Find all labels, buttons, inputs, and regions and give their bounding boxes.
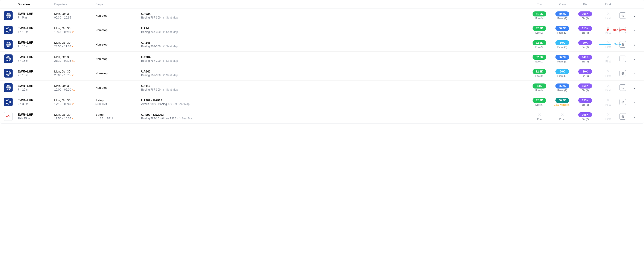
price-badge[interactable]: 32.3K: [532, 69, 546, 74]
duration-cell: EWR–LHR7 h 10 m: [18, 26, 54, 34]
chevron-cell[interactable]: ∨: [633, 100, 640, 104]
duration: 7 h 20 m: [18, 88, 54, 91]
price-badge[interactable]: 155K: [578, 83, 592, 88]
price-badge[interactable]: 66.2K: [556, 83, 569, 88]
price-col[interactable]: 80KBiz (9): [574, 69, 597, 77]
price-badge[interactable]: 32.3K: [532, 40, 546, 45]
price-col[interactable]: 32.3KEco (2): [528, 26, 551, 34]
price-col[interactable]: 41.9KEco (9): [528, 11, 551, 20]
header-eco: Eco: [528, 2, 551, 6]
price-badge[interactable]: 41.9K: [532, 11, 546, 16]
add-button[interactable]: ⊕: [620, 41, 626, 47]
price-col[interactable]: 80KBiz (9)Saver: [574, 40, 597, 48]
chevron-cell[interactable]: ∨: [633, 71, 640, 75]
seat-icon: ⊓: [163, 45, 165, 48]
chevron-cell[interactable]: ∨: [633, 115, 640, 118]
departure-time: 09:30 – 20:35: [54, 16, 96, 19]
price-col[interactable]: 66.2KPrem (9): [551, 26, 574, 34]
seat-map-link[interactable]: Seat Map: [166, 59, 178, 62]
flight-number: UA934: [141, 12, 528, 15]
logo-cell: [4, 40, 18, 49]
chevron-cell[interactable]: ∨: [633, 57, 640, 61]
price-badge[interactable]: 80K: [578, 69, 592, 74]
price-col[interactable]: 155KBiz (9): [574, 83, 597, 92]
add-button[interactable]: ⊕: [620, 70, 626, 76]
stops-label: Non-stop: [96, 14, 141, 17]
add-button[interactable]: ⊕: [620, 99, 626, 105]
stops-label: Non-stop: [96, 43, 141, 46]
price-count: Eco (9): [535, 89, 543, 92]
first-label: First: [605, 17, 610, 20]
price-count: Prem (9): [558, 60, 567, 63]
add-button[interactable]: ⊕: [620, 27, 626, 33]
first-col: ✕First: [597, 54, 620, 63]
chevron-cell[interactable]: ∨: [633, 28, 640, 32]
price-count: Biz (9): [582, 31, 589, 34]
price-badge[interactable]: 32.3K: [532, 98, 546, 103]
plus-1-day: +1: [72, 74, 75, 77]
price-col[interactable]: 32.3KEco (9): [528, 69, 551, 77]
price-col[interactable]: 50KPrem (9): [551, 40, 574, 48]
price-badge[interactable]: 79.2K: [556, 11, 569, 16]
price-col[interactable]: 53KEco (9): [528, 83, 551, 92]
price-col[interactable]: 295KBiz (9): [574, 11, 597, 20]
price-badge[interactable]: 53K: [532, 83, 546, 88]
duration: 10 h 15 m: [18, 117, 54, 120]
price-col[interactable]: 66.2K14% Mixed (6): [551, 98, 574, 106]
price-badge[interactable]: 32.3K: [532, 26, 546, 31]
price-col[interactable]: 155KBiz (2): [574, 98, 597, 106]
price-col[interactable]: 66.2KPrem (9): [551, 83, 574, 92]
price-badge[interactable]: 50K: [556, 69, 569, 74]
seat-map-link[interactable]: Seat Map: [166, 45, 178, 48]
flight-number: UA999 · SN2093: [141, 113, 528, 116]
price-badge[interactable]: 395K: [578, 112, 592, 117]
add-button[interactable]: ⊕: [620, 84, 626, 91]
seat-map-link[interactable]: Seat Map: [166, 16, 178, 19]
price-badge[interactable]: 66.2K: [556, 55, 569, 60]
price-col[interactable]: 50KPrem (9): [551, 69, 574, 77]
first-label: First: [605, 74, 610, 77]
price-col[interactable]: 79.2KPrem (9): [551, 11, 574, 20]
seat-map-link[interactable]: Seat Map: [166, 74, 178, 77]
price-badge[interactable]: 295K: [578, 11, 592, 16]
first-label: First: [605, 31, 610, 34]
route: EWR–LHR: [18, 55, 54, 59]
aircraft-name: Boeing 767-300: [141, 16, 161, 19]
price-col[interactable]: 66.2KPrem (9): [551, 55, 574, 63]
price-col[interactable]: 32.3KEco (1): [528, 55, 551, 63]
price-badge[interactable]: 115K: [578, 26, 592, 31]
first-unavailable-icon: ✕: [606, 26, 610, 31]
price-badge[interactable]: 140K: [578, 55, 592, 60]
add-button[interactable]: ⊕: [620, 113, 626, 120]
price-col[interactable]: 32.3KEco (6): [528, 98, 551, 106]
price-badge[interactable]: 155K: [578, 98, 592, 103]
price-count: Eco (6): [535, 103, 543, 106]
price-badge[interactable]: 66.2K: [556, 98, 569, 103]
add-button[interactable]: ⊕: [620, 56, 626, 62]
price-col[interactable]: 395KBiz (2): [574, 112, 597, 121]
stops-cell: 1 stop53 m IAD: [96, 99, 141, 106]
price-col[interactable]: 115KBiz (9)Non-saver: [574, 26, 597, 34]
price-col[interactable]: 140KBiz (9): [574, 55, 597, 63]
seat-map-link[interactable]: Seat Map: [166, 88, 178, 91]
departure-date: Mon, Oct 30: [54, 41, 96, 44]
logo-cell: [4, 98, 18, 106]
seat-map-link[interactable]: Seat Map: [182, 117, 193, 120]
price-badge[interactable]: 32.3K: [532, 55, 546, 60]
table-row: EWR–LHR10 h 15 mMon, Oct 3019:50 – 10:05…: [0, 109, 644, 124]
price-badge[interactable]: 50K: [556, 40, 569, 45]
chevron-cell[interactable]: ∨: [633, 42, 640, 46]
price-col[interactable]: 32.3KEco (9): [528, 40, 551, 48]
price-badge[interactable]: 66.2K: [556, 26, 569, 31]
departure-time: 17:10 – 06:40 +1: [54, 102, 96, 106]
chevron-cell[interactable]: ∨: [633, 14, 640, 17]
departure-date: Mon, Oct 30: [54, 113, 96, 116]
stops-label: Non-stop: [96, 28, 141, 32]
plus-1-day: +1: [72, 103, 75, 105]
price-badge[interactable]: 80K: [578, 40, 592, 45]
route: EWR–LHR: [18, 98, 54, 102]
seat-map-link[interactable]: Seat Map: [178, 102, 190, 106]
chevron-cell[interactable]: ∨: [633, 86, 640, 89]
seat-map-link[interactable]: Seat Map: [166, 30, 178, 34]
add-button[interactable]: ⊕: [620, 12, 626, 19]
